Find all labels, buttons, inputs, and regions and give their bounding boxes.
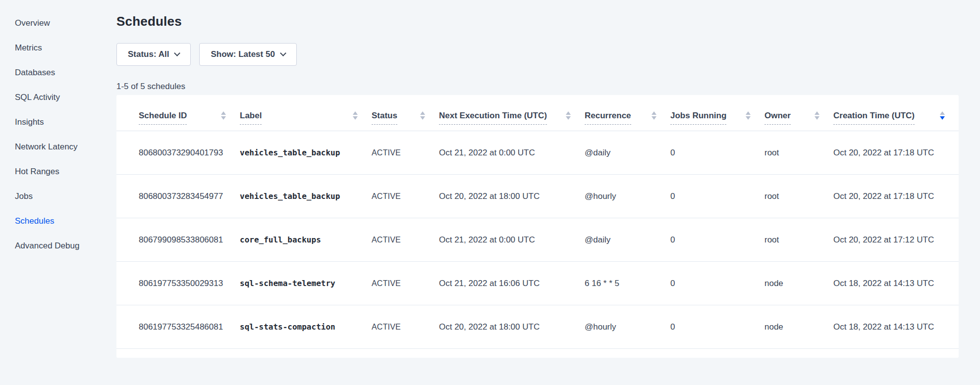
column-header[interactable]: Recurrence: [585, 95, 670, 131]
cell-recurrence: @daily: [585, 148, 670, 158]
cell-next-execution-time: Oct 21, 2022 at 0:00 UTC: [439, 235, 585, 245]
cell-schedule-id: 806799098533806081: [139, 235, 240, 245]
sidebar-item-label: Schedules: [15, 216, 54, 226]
chevron-down-icon: [280, 50, 286, 56]
cell-status: ACTIVE: [372, 192, 439, 201]
sidebar-item[interactable]: Overview: [15, 11, 116, 36]
sort-down-arrow-icon: [566, 116, 571, 120]
sidebar-item[interactable]: Insights: [15, 110, 116, 135]
column-header[interactable]: Status: [372, 95, 439, 131]
column-header[interactable]: Jobs Running: [670, 95, 764, 131]
table-row: 806197753350029313 sql-schema-telemetry …: [116, 262, 959, 305]
sort-icon[interactable]: [652, 111, 656, 120]
sidebar-item[interactable]: Advanced Debug: [15, 234, 116, 258]
sort-icon[interactable]: [815, 111, 819, 120]
sort-icon[interactable]: [221, 111, 226, 120]
sort-icon[interactable]: [420, 111, 425, 120]
cell-owner: root: [764, 192, 833, 201]
sidebar-item[interactable]: SQL Activity: [15, 85, 116, 110]
cell-creation-time: Oct 20, 2022 at 17:18 UTC: [833, 192, 959, 201]
sidebar-item[interactable]: Databases: [15, 60, 116, 85]
sidebar-item-label: Jobs: [15, 192, 33, 201]
sort-up-arrow-icon: [566, 111, 571, 115]
cell-creation-time: Oct 20, 2022 at 17:18 UTC: [833, 148, 959, 158]
cell-next-execution-time: Oct 21, 2022 at 0:00 UTC: [439, 148, 585, 158]
cell-schedule-id: 806197753350029313: [139, 279, 240, 289]
column-header-label: Creation Time (UTC): [833, 111, 915, 125]
cell-status: ACTIVE: [372, 236, 439, 244]
sort-icon[interactable]: [746, 111, 751, 120]
column-header[interactable]: Next Execution Time (UTC): [439, 95, 585, 131]
cell-jobs-running: 0: [670, 322, 764, 332]
sort-down-arrow-icon: [420, 116, 425, 120]
table-row: 806800373290401793 vehicles_table_backup…: [116, 131, 959, 175]
sidebar-item-label: SQL Activity: [15, 93, 60, 102]
sort-down-arrow-icon: [940, 116, 945, 120]
schedules-table: Schedule ID Label: [116, 95, 959, 358]
cell-owner: node: [764, 279, 833, 289]
table-row: 806197753325486081 sql-stats-compaction …: [116, 305, 959, 349]
column-header-label: Recurrence: [585, 111, 631, 125]
sort-down-arrow-icon: [221, 116, 226, 120]
column-header-label: Next Execution Time (UTC): [439, 111, 547, 125]
cell-schedule-id: 806800373283454977: [139, 192, 240, 201]
cell-status: ACTIVE: [372, 279, 439, 288]
sidebar-item[interactable]: Schedules: [15, 209, 116, 234]
table-row: 806799098533806081 core_full_backups ACT…: [116, 218, 959, 262]
app-window: Overview Metrics Databases SQL Activity …: [0, 0, 980, 385]
cell-status: ACTIVE: [372, 148, 439, 157]
cell-schedule-id: 806197753325486081: [139, 322, 240, 332]
cell-recurrence: @daily: [585, 235, 670, 245]
chevron-down-icon: [174, 50, 181, 56]
sidebar-item[interactable]: Jobs: [15, 184, 116, 209]
sort-icon[interactable]: [353, 111, 358, 120]
sidebar-item[interactable]: Network Latency: [15, 135, 116, 159]
sidebar-item-label: Insights: [15, 117, 44, 127]
sidebar-item-label: Network Latency: [15, 142, 78, 151]
results-count: 1-5 of 5 schedules: [116, 82, 959, 92]
column-header[interactable]: Owner: [764, 95, 833, 131]
cell-jobs-running: 0: [670, 279, 764, 289]
table-header-row: Schedule ID Label: [116, 95, 959, 131]
cell-owner: root: [764, 148, 833, 158]
show-filter-dropdown[interactable]: Show: Latest 50: [199, 43, 296, 66]
cell-schedule-id: 806800373290401793: [139, 148, 240, 158]
cell-label: core_full_backups: [240, 235, 372, 244]
cell-owner: node: [764, 322, 833, 332]
cell-next-execution-time: Oct 20, 2022 at 18:00 UTC: [439, 322, 585, 332]
cell-recurrence: @hourly: [585, 322, 670, 332]
sidebar-item[interactable]: Metrics: [15, 36, 116, 60]
filter-bar: Status: All Show: Latest 50: [116, 43, 959, 66]
column-header-label: Status: [372, 111, 397, 125]
sort-up-arrow-icon: [353, 111, 358, 115]
sort-icon[interactable]: [940, 111, 945, 120]
sort-up-arrow-icon: [652, 111, 656, 115]
cell-next-execution-time: Oct 21, 2022 at 16:06 UTC: [439, 279, 585, 289]
sidebar-item-label: Metrics: [15, 43, 42, 52]
column-header-label: Label: [240, 111, 262, 125]
column-header[interactable]: Schedule ID: [139, 95, 240, 131]
sort-down-arrow-icon: [353, 116, 358, 120]
cell-jobs-running: 0: [670, 235, 764, 245]
sidebar-item-label: Advanced Debug: [15, 241, 79, 250]
table-row: 806800373283454977 vehicles_table_backup…: [116, 175, 959, 218]
column-header[interactable]: Creation Time (UTC): [833, 95, 959, 131]
sort-up-arrow-icon: [746, 111, 751, 115]
sort-down-arrow-icon: [815, 116, 819, 120]
sidebar-item[interactable]: Hot Ranges: [15, 159, 116, 184]
cell-label: vehicles_table_backup: [240, 192, 372, 201]
sort-up-arrow-icon: [420, 111, 425, 115]
sort-icon[interactable]: [566, 111, 571, 120]
column-header[interactable]: Label: [240, 95, 372, 131]
column-header-label: Schedule ID: [139, 111, 187, 125]
status-filter-dropdown[interactable]: Status: All: [116, 43, 191, 66]
cell-label: sql-schema-telemetry: [240, 279, 372, 288]
cell-recurrence: @hourly: [585, 192, 670, 201]
cell-status: ACTIVE: [372, 323, 439, 332]
sort-up-arrow-icon: [221, 111, 226, 115]
page-title: Schedules: [116, 14, 959, 29]
cell-next-execution-time: Oct 20, 2022 at 18:00 UTC: [439, 192, 585, 201]
main-content: Schedules Status: All Show: Latest 50 1-…: [116, 0, 980, 385]
sidebar-item-label: Hot Ranges: [15, 167, 59, 176]
table-body: 806800373290401793 vehicles_table_backup…: [116, 131, 959, 349]
